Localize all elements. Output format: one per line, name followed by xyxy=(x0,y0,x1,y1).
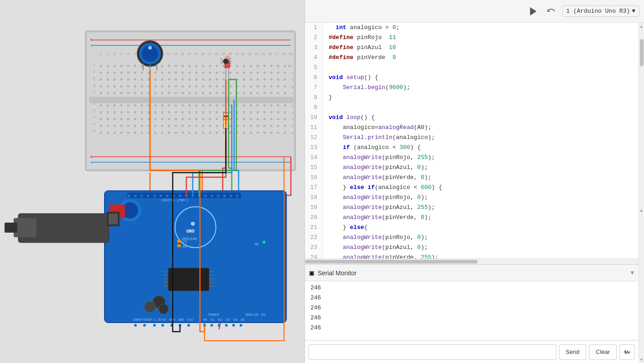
svg-point-143 xyxy=(155,85,157,88)
serial-waveform-button[interactable] xyxy=(619,344,635,360)
svg-text:a: a xyxy=(93,129,95,133)
svg-point-314 xyxy=(175,132,177,134)
svg-point-161 xyxy=(277,85,280,88)
code-line: 1 int analogico = 0; xyxy=(305,23,639,33)
svg-point-168 xyxy=(134,92,136,94)
svg-point-256 xyxy=(161,118,164,120)
svg-point-233 xyxy=(195,111,198,114)
svg-point-257 xyxy=(168,118,170,120)
svg-point-353 xyxy=(223,59,229,64)
line-number: 13 xyxy=(305,143,323,153)
line-content: analogWrite(pinAzul, 255); xyxy=(323,203,435,213)
serial-send-button[interactable]: Send xyxy=(559,344,586,360)
svg-point-132 xyxy=(270,79,273,81)
svg-text:25: 25 xyxy=(261,52,265,56)
code-line: 6void setup() { xyxy=(305,73,639,83)
svg-point-111 xyxy=(127,79,130,81)
svg-point-162 xyxy=(284,85,286,88)
svg-point-272 xyxy=(270,118,273,120)
svg-point-406 xyxy=(225,324,228,327)
svg-text:ON: ON xyxy=(255,243,258,246)
line-number: 24 xyxy=(305,253,323,259)
svg-point-181 xyxy=(223,92,225,94)
svg-point-66 xyxy=(209,65,211,67)
svg-point-165 xyxy=(114,92,116,94)
horizontal-scrollbar[interactable] xyxy=(305,259,639,264)
svg-point-175 xyxy=(182,92,184,94)
scroll-up-icon[interactable]: ▲ xyxy=(639,23,644,30)
svg-point-91 xyxy=(182,72,184,74)
svg-rect-445 xyxy=(5,223,17,233)
svg-point-71 xyxy=(243,65,245,67)
svg-point-102 xyxy=(257,72,259,74)
vertical-scrollbar-thumb[interactable] xyxy=(640,39,644,66)
svg-point-148 xyxy=(189,85,191,88)
svg-point-107 xyxy=(100,79,102,81)
svg-point-220 xyxy=(107,111,109,114)
svg-point-274 xyxy=(284,118,286,120)
svg-point-73 xyxy=(257,65,259,67)
svg-point-188 xyxy=(270,92,273,94)
svg-rect-331 xyxy=(89,97,294,103)
svg-text:A0: A0 xyxy=(203,318,207,322)
svg-point-99 xyxy=(236,72,239,74)
svg-point-137 xyxy=(114,85,116,88)
svg-point-235 xyxy=(209,111,211,114)
svg-point-94 xyxy=(202,72,205,74)
svg-point-160 xyxy=(270,85,273,88)
svg-point-133 xyxy=(277,79,280,81)
svg-point-408 xyxy=(240,324,242,327)
svg-point-163 xyxy=(100,92,102,94)
code-line: 20 analogWrite(pinVerde, 0); xyxy=(305,213,639,223)
svg-point-119 xyxy=(182,79,184,81)
svg-point-180 xyxy=(216,92,218,94)
stop-button[interactable] xyxy=(544,4,559,19)
svg-text:4: 4 xyxy=(120,52,122,56)
horizontal-scrollbar-thumb[interactable] xyxy=(305,260,478,264)
run-button[interactable] xyxy=(526,4,540,19)
svg-point-75 xyxy=(270,65,273,67)
svg-point-240 xyxy=(243,111,245,114)
svg-point-67 xyxy=(216,65,218,67)
svg-point-283 xyxy=(155,125,157,127)
svg-text:GND: GND xyxy=(178,318,184,322)
code-line: 2#define pinRojo 11 xyxy=(305,33,639,43)
svg-point-264 xyxy=(216,118,218,120)
line-number: 1 xyxy=(305,23,323,33)
svg-point-216 xyxy=(270,104,273,107)
device-selector[interactable]: 1 (Arduino Uno R3) ▼ xyxy=(562,5,639,17)
svg-point-158 xyxy=(257,85,259,88)
svg-point-59 xyxy=(161,65,164,67)
svg-point-217 xyxy=(277,104,280,107)
serial-monitor-collapse-icon[interactable]: ▼ xyxy=(631,270,634,276)
svg-point-60 xyxy=(168,65,170,67)
serial-clear-button[interactable]: Clear xyxy=(589,344,617,360)
svg-point-312 xyxy=(161,132,164,134)
line-number: 11 xyxy=(305,123,323,133)
vertical-scrollbar[interactable]: ▲ ▶ ▼ xyxy=(639,23,644,363)
code-line: 16 analogWrite(pinVerde, 0); xyxy=(305,173,639,183)
serial-input[interactable] xyxy=(309,344,556,360)
svg-point-429 xyxy=(166,194,169,197)
svg-point-273 xyxy=(277,118,280,120)
line-number: 5 xyxy=(305,63,323,73)
code-line: 12 Serial.println(analogico); xyxy=(305,133,639,143)
scroll-right-icon[interactable]: ▶ xyxy=(638,209,644,214)
svg-point-269 xyxy=(250,118,252,120)
svg-point-259 xyxy=(182,118,184,120)
code-editor[interactable]: 1 int analogico = 0;2#define pinRojo 113… xyxy=(305,23,639,259)
svg-point-426 xyxy=(147,194,150,197)
svg-point-194 xyxy=(120,104,123,107)
scroll-down-icon[interactable]: ▼ xyxy=(639,356,644,363)
svg-point-242 xyxy=(257,111,259,114)
svg-point-51 xyxy=(107,65,109,67)
svg-point-88 xyxy=(161,72,164,74)
svg-rect-376 xyxy=(168,268,209,291)
svg-text:UNO: UNO xyxy=(186,229,195,234)
svg-point-320 xyxy=(216,132,218,134)
serial-monitor-header[interactable]: ▣ Serial Monitor ▼ xyxy=(305,265,639,281)
code-line: 22 analogWrite(pinRojo, 0); xyxy=(305,233,639,243)
svg-point-171 xyxy=(155,92,157,94)
svg-text:19: 19 xyxy=(221,52,225,56)
code-line: 3#define pinAzul 10 xyxy=(305,43,639,53)
